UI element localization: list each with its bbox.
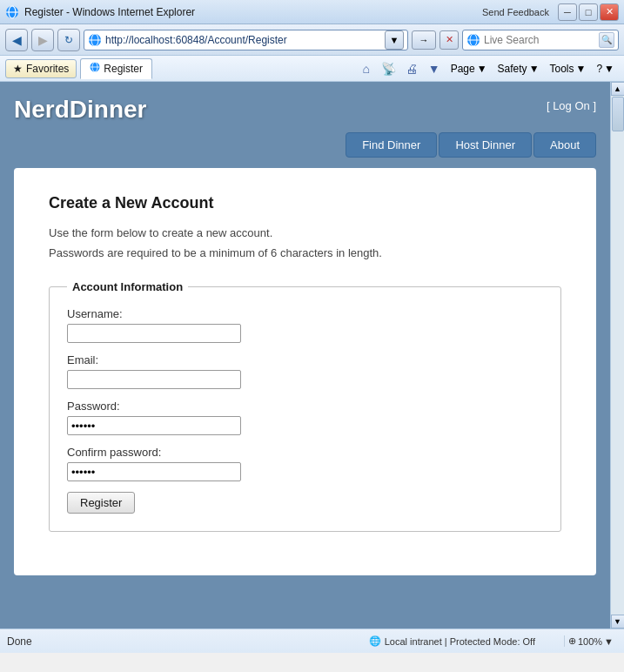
print-dropdown[interactable]: ▼ (424, 58, 445, 79)
confirm-password-input[interactable] (67, 462, 241, 481)
password-note: Passwords are required to be a minimum o… (49, 246, 561, 259)
register-button[interactable]: Register (67, 492, 135, 514)
safety-dropdown[interactable]: Safety ▼ (493, 58, 544, 79)
tab-register[interactable]: Register (80, 58, 152, 79)
nerddinner-page: NerdDinner [ Log On ] Find Dinner Host D… (0, 82, 610, 628)
email-field: Email: (67, 353, 543, 389)
security-globe-icon: 🌐 (369, 635, 381, 647)
tools-label: Tools (550, 63, 574, 75)
find-dinner-button[interactable]: Find Dinner (346, 132, 437, 158)
zoom-icon: ⊕ (568, 635, 576, 647)
tab-label: Register (104, 63, 143, 75)
bookmarks-bar: ★ Favorites Register ⌂ 📡 🖨 ▼ Page ▼ Safe… (0, 56, 624, 82)
scroll-up-button[interactable]: ▲ (611, 82, 625, 96)
page-label: Page (451, 63, 475, 75)
tools-dropdown[interactable]: Tools ▼ (546, 58, 591, 79)
home-button[interactable]: ⌂ (356, 58, 377, 79)
live-search-input[interactable] (484, 34, 599, 46)
username-input[interactable] (67, 324, 241, 343)
favorites-label: Favorites (26, 63, 69, 75)
host-dinner-button[interactable]: Host Dinner (439, 132, 532, 158)
site-title: NerdDinner (14, 96, 146, 124)
password-label: Password: (67, 400, 543, 413)
security-text: Local intranet | Protected Mode: Off (385, 636, 535, 647)
browser-content: NerdDinner [ Log On ] Find Dinner Host D… (0, 82, 624, 628)
toolbar-icons: ⌂ 📡 🖨 ▼ Page ▼ Safety ▼ Tools ▼ ? ▼ (356, 58, 619, 79)
page-dropdown-arrow: ▼ (477, 63, 487, 75)
scroll-thumb[interactable] (612, 97, 624, 131)
zoom-text: 100% (578, 636, 602, 647)
safety-dropdown-arrow: ▼ (529, 63, 540, 75)
window-controls: Send Feedback ─ □ ✕ (475, 3, 619, 21)
email-input[interactable] (67, 370, 241, 389)
stop-button[interactable]: ✕ (439, 30, 459, 50)
site-header: NerdDinner [ Log On ] (14, 96, 596, 124)
help-dropdown[interactable]: ? ▼ (592, 58, 619, 79)
search-go-button[interactable]: 🔍 (599, 32, 614, 48)
log-on-link[interactable]: [ Log On ] (547, 99, 596, 112)
page-content: NerdDinner [ Log On ] Find Dinner Host D… (0, 82, 610, 628)
ie-icon (5, 5, 19, 19)
go-button[interactable]: → (412, 30, 436, 50)
form-title: Create a New Account (49, 194, 561, 212)
star-icon: ★ (13, 63, 23, 75)
status-zoom[interactable]: ⊕ 100% ▼ (564, 635, 617, 647)
print-button[interactable]: 🖨 (401, 58, 422, 79)
send-feedback-link[interactable]: Send Feedback (475, 3, 556, 21)
window-title: Register - Windows Internet Explorer (24, 6, 475, 18)
tools-dropdown-arrow: ▼ (576, 63, 587, 75)
username-label: Username: (67, 307, 543, 320)
nav-menu: Find Dinner Host Dinner About (14, 132, 596, 158)
live-search-icon (466, 33, 480, 47)
fieldset-legend: Account Information (67, 280, 188, 293)
password-input[interactable] (67, 416, 241, 435)
content-area: Create a New Account Use the form below … (14, 168, 596, 575)
password-field: Password: (67, 400, 543, 435)
refresh-button[interactable]: ↻ (57, 29, 80, 51)
address-dropdown-button[interactable]: ▼ (385, 30, 404, 50)
status-bar: Done 🌐 Local intranet | Protected Mode: … (0, 628, 624, 653)
scrollbar-right: ▲ ▼ (610, 82, 624, 628)
url-input[interactable] (105, 34, 385, 46)
safety-label: Safety (498, 63, 527, 75)
page-icon (88, 33, 102, 47)
back-button[interactable]: ◀ (5, 29, 28, 51)
about-button[interactable]: About (533, 132, 596, 158)
account-info-fieldset: Account Information Username: Email: Pas… (49, 280, 561, 532)
forward-button[interactable]: ▶ (31, 29, 54, 51)
address-input-wrap: ▼ (84, 30, 408, 50)
minimize-button[interactable]: ─ (558, 3, 577, 21)
scroll-down-button[interactable]: ▼ (611, 615, 625, 628)
zoom-arrow-icon: ▼ (604, 636, 614, 647)
close-button[interactable]: ✕ (600, 3, 619, 21)
tab-ie-icon (90, 62, 100, 75)
title-bar: Register - Windows Internet Explorer Sen… (0, 0, 624, 24)
status-text: Done (7, 635, 32, 648)
address-bar: ◀ ▶ ↻ ▼ → ✕ 🔍 (0, 24, 624, 56)
tab-strip: Register (80, 58, 352, 79)
page-dropdown[interactable]: Page ▼ (446, 58, 492, 79)
email-label: Email: (67, 353, 543, 366)
scroll-track (611, 96, 624, 615)
help-label: ? (596, 63, 602, 75)
feeds-button[interactable]: 📡 (379, 58, 399, 79)
maximize-button[interactable]: □ (579, 3, 598, 21)
username-field: Username: (67, 307, 543, 343)
confirm-password-label: Confirm password: (67, 446, 543, 459)
favorites-button[interactable]: ★ Favorites (5, 59, 77, 78)
confirm-password-field: Confirm password: (67, 446, 543, 481)
help-dropdown-arrow: ▼ (604, 63, 614, 75)
live-search-wrap: 🔍 (462, 30, 619, 50)
status-security: 🌐 Local intranet | Protected Mode: Off (369, 635, 535, 647)
form-description: Use the form below to create a new accou… (49, 226, 561, 239)
